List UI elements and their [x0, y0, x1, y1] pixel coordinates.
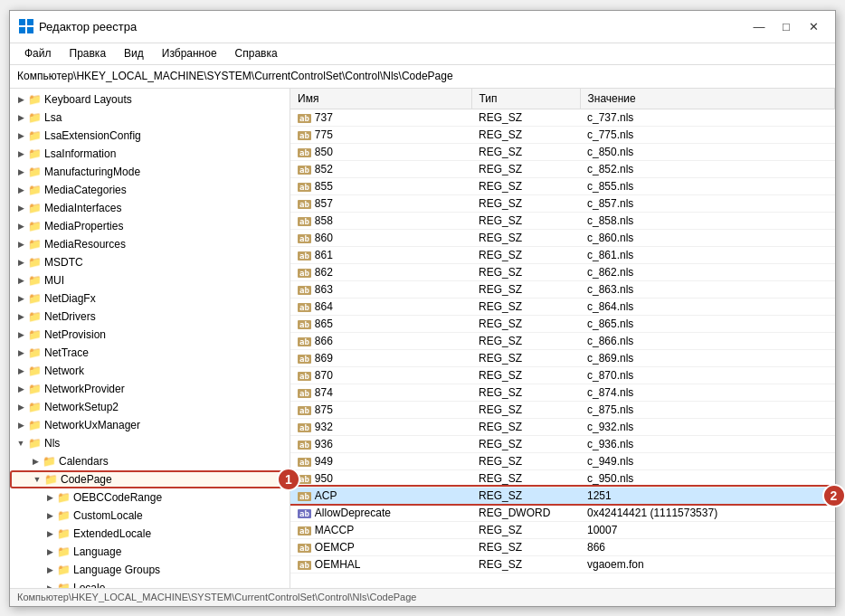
- tree-item-locale[interactable]: ▶📁Locale: [10, 579, 290, 588]
- table-row[interactable]: ab950REG_SZc_950.nls: [290, 469, 835, 487]
- tree-item-lsaextensionconfig[interactable]: ▶📁LsaExtensionConfig: [10, 127, 290, 145]
- folder-icon: 📁: [28, 147, 43, 160]
- table-row[interactable]: ab936REG_SZc_936.nls: [290, 435, 835, 452]
- type-icon: ab: [298, 509, 311, 518]
- folder-icon: 📁: [28, 310, 43, 323]
- table-row[interactable]: ab857REG_SZc_857.nls: [290, 194, 835, 212]
- tree-toggle-icon: ▶: [14, 258, 28, 267]
- type-icon: ab: [298, 406, 311, 415]
- tree-item-lsa[interactable]: ▶📁Lsa: [10, 109, 290, 127]
- tree-item-mediacategories[interactable]: ▶📁MediaCategories: [10, 181, 290, 199]
- table-panel[interactable]: Имя Тип Значение ab737REG_SZc_737.nlsab7…: [290, 89, 835, 588]
- table-row[interactable]: ab875REG_SZc_875.nls: [290, 401, 835, 418]
- table-row[interactable]: ab850REG_SZc_850.nls: [290, 143, 835, 160]
- table-row[interactable]: ab775REG_SZc_775.nls: [290, 126, 835, 143]
- minimize-button[interactable]: —: [746, 16, 772, 36]
- table-row[interactable]: abOEMCPREG_SZ866: [290, 538, 835, 555]
- table-row[interactable]: ab870REG_SZc_870.nls: [290, 366, 835, 384]
- row-type: REG_SZ: [471, 452, 580, 469]
- tree-item-label: Nls: [44, 437, 60, 450]
- row-value: c_865.nls: [580, 315, 835, 332]
- table-row[interactable]: ab861REG_SZc_861.nls: [290, 246, 835, 263]
- tree-item-codepage[interactable]: ▼📁CodePage: [10, 470, 290, 488]
- tree-item-label: OEBCCodeRange: [73, 491, 162, 504]
- svg-rect-2: [19, 27, 25, 33]
- tree-toggle-icon: ▶: [14, 185, 28, 194]
- row-value: c_870.nls: [580, 366, 835, 384]
- row-type: REG_SZ: [471, 177, 580, 194]
- table-row[interactable]: abAllowDeprecateREG_DWORD0x42414421 (111…: [290, 504, 835, 521]
- tree-item-mediainterfaces[interactable]: ▶📁MediaInterfaces: [10, 199, 290, 217]
- table-row[interactable]: ab865REG_SZc_865.nls: [290, 315, 835, 332]
- row-value: 1251: [580, 487, 835, 504]
- table-row[interactable]: ab737REG_SZc_737.nls: [290, 109, 835, 126]
- table-row[interactable]: ab860REG_SZc_860.nls: [290, 229, 835, 246]
- tree-item-netprovision[interactable]: ▶📁NetProvision: [10, 326, 290, 344]
- menu-view[interactable]: Вид: [117, 45, 151, 62]
- table-row[interactable]: ab852REG_SZc_852.nls: [290, 160, 835, 177]
- table-row[interactable]: ab874REG_SZc_874.nls: [290, 384, 835, 401]
- tree-item-netdiagfx[interactable]: ▶📁NetDiagFx: [10, 289, 290, 308]
- menu-file[interactable]: Файл: [17, 45, 59, 62]
- type-icon: ab: [298, 114, 311, 123]
- table-row[interactable]: ab862REG_SZc_862.nls: [290, 263, 835, 280]
- table-row[interactable]: ab855REG_SZc_855.nls: [290, 177, 835, 194]
- row-name: abOEMCP: [290, 538, 471, 555]
- table-row[interactable]: ab932REG_SZc_932.nls: [290, 418, 835, 435]
- table-row[interactable]: abMACCPREG_SZ10007: [290, 521, 835, 538]
- table-row[interactable]: ab869REG_SZc_869.nls: [290, 349, 835, 366]
- table-row[interactable]: abOEMHALREG_SZvgaoem.fon: [290, 555, 835, 573]
- menu-help[interactable]: Справка: [228, 45, 285, 62]
- row-value: c_864.nls: [580, 298, 835, 315]
- row-type: REG_SZ: [471, 194, 580, 212]
- tree-item-networkprovider[interactable]: ▶📁NetworkProvider: [10, 380, 290, 398]
- tree-item-extendedlocale[interactable]: ▶📁ExtendedLocale: [10, 525, 290, 543]
- tree-item-customlocale[interactable]: ▶📁CustomLocale: [10, 507, 290, 525]
- folder-icon: 📁: [44, 473, 59, 486]
- title-bar: Редактор реестра — □ ✕: [10, 11, 835, 43]
- type-icon: ab: [298, 320, 311, 329]
- tree-toggle-icon: ▼: [30, 475, 44, 484]
- tree-item-language[interactable]: ▶📁Language: [10, 543, 290, 561]
- row-name: ab860: [290, 229, 471, 246]
- type-icon: ab: [298, 423, 311, 432]
- tree-item-manufacturingmode[interactable]: ▶📁ManufacturingMode: [10, 163, 290, 181]
- table-row[interactable]: ab863REG_SZc_863.nls: [290, 280, 835, 298]
- tree-item-mediaproperties[interactable]: ▶📁MediaProperties: [10, 217, 290, 235]
- table-row[interactable]: ab858REG_SZc_858.nls: [290, 212, 835, 229]
- tree-item-netdrivers[interactable]: ▶📁NetDrivers: [10, 308, 290, 326]
- table-row[interactable]: ab949REG_SZc_949.nls: [290, 452, 835, 469]
- tree-item-language-groups[interactable]: ▶📁Language Groups: [10, 561, 290, 579]
- table-row[interactable]: abACPREG_SZ1251: [290, 487, 835, 504]
- maximize-button[interactable]: □: [774, 16, 799, 36]
- tree-item-nls[interactable]: ▼📁Nls: [10, 434, 290, 452]
- menu-favorites[interactable]: Избранное: [155, 45, 224, 62]
- tree-item-lsainformation[interactable]: ▶📁LsaInformation: [10, 145, 290, 163]
- table-row[interactable]: ab864REG_SZc_864.nls: [290, 298, 835, 315]
- tree-item-mui[interactable]: ▶📁MUI: [10, 271, 290, 289]
- tree-item-calendars[interactable]: ▶📁Calendars: [10, 452, 290, 470]
- tree-item-networksetup2[interactable]: ▶📁NetworkSetup2: [10, 398, 290, 416]
- row-type: REG_SZ: [471, 487, 580, 504]
- tree-item-mediaresources[interactable]: ▶📁MediaResources: [10, 235, 290, 253]
- tree-item-label: Network: [44, 365, 84, 377]
- tree-item-networkuxmanager[interactable]: ▶📁NetworkUxManager: [10, 416, 290, 434]
- tree-item-keyboard-layouts[interactable]: ▶📁Keyboard Layouts: [10, 90, 290, 109]
- col-value: Значение: [580, 89, 835, 109]
- menu-edit[interactable]: Правка: [62, 45, 114, 62]
- tree-item-msdtc[interactable]: ▶📁MSDTC: [10, 253, 290, 271]
- tree-panel[interactable]: ▶📁Keyboard Layouts▶📁Lsa▶📁LsaExtensionCon…: [10, 89, 290, 588]
- tree-item-label: Keyboard Layouts: [44, 93, 132, 106]
- row-type: REG_SZ: [471, 229, 580, 246]
- tree-item-nettrace[interactable]: ▶📁NetTrace: [10, 344, 290, 362]
- type-icon: ab: [298, 286, 311, 295]
- tree-item-network[interactable]: ▶📁Network: [10, 362, 290, 380]
- tree-item-oebccoderange[interactable]: ▶📁OEBCCodeRange: [10, 488, 290, 507]
- row-value: c_858.nls: [580, 212, 835, 229]
- status-bar: Компьютер\HKEY_LOCAL_MACHINE\SYSTEM\Curr…: [10, 588, 835, 606]
- table-row[interactable]: ab866REG_SZc_866.nls: [290, 332, 835, 349]
- row-type: REG_SZ: [471, 401, 580, 418]
- row-value: c_866.nls: [580, 332, 835, 349]
- row-name: ab866: [290, 332, 471, 349]
- close-button[interactable]: ✕: [801, 16, 826, 36]
